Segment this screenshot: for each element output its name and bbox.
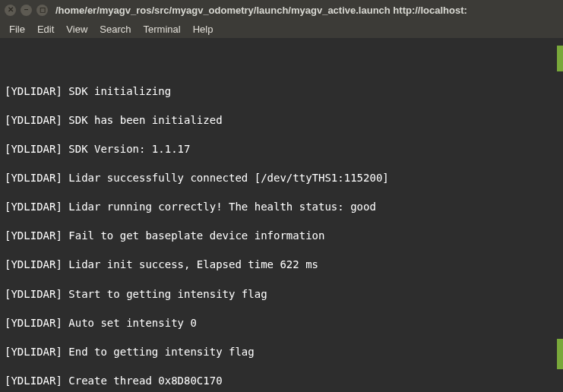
menu-file[interactable]: File — [3, 22, 31, 36]
scroll-indicator — [557, 46, 563, 71]
log-line: [YDLIDAR] SDK initializing — [5, 84, 558, 99]
menubar: File Edit View Search Terminal Help — [0, 20, 563, 38]
log-line: [YDLIDAR] Start to getting intensity fla… — [5, 287, 558, 302]
titlebar: ✕ – ◻ /home/er/myagv_ros/src/myagv_odome… — [0, 0, 563, 20]
minimize-icon[interactable]: – — [21, 5, 32, 16]
menu-help[interactable]: Help — [187, 22, 220, 36]
terminal-output[interactable]: [YDLIDAR] SDK initializing [YDLIDAR] SDK… — [0, 38, 563, 392]
log-line: [YDLIDAR] Fail to get baseplate device i… — [5, 229, 558, 243]
log-line: [YDLIDAR] SDK has been initialized — [5, 113, 558, 128]
menu-search[interactable]: Search — [93, 22, 137, 36]
log-line: [YDLIDAR] SDK Version: 1.1.17 — [5, 142, 558, 156]
maximize-icon[interactable]: ◻ — [36, 5, 48, 16]
log-line: [YDLIDAR] Create thread 0x8D80C170 — [5, 374, 558, 388]
scroll-indicator — [557, 339, 563, 369]
log-line: [YDLIDAR] Lidar running correctly! The h… — [5, 200, 558, 214]
log-line: [YDLIDAR] End to getting intensity flag — [5, 345, 558, 359]
menu-view[interactable]: View — [60, 22, 93, 36]
log-line: [YDLIDAR] Auto set intensity 0 — [5, 316, 558, 330]
log-line: [YDLIDAR] Lidar successfully connected [… — [5, 171, 558, 185]
menu-edit[interactable]: Edit — [31, 22, 60, 36]
window-controls: ✕ – ◻ — [5, 5, 48, 16]
window-title: /home/er/myagv_ros/src/myagv_odometry/la… — [55, 5, 467, 16]
close-icon[interactable]: ✕ — [5, 5, 16, 16]
log-line: [YDLIDAR] Lidar init success, Elapsed ti… — [5, 258, 558, 272]
menu-terminal[interactable]: Terminal — [138, 22, 187, 36]
